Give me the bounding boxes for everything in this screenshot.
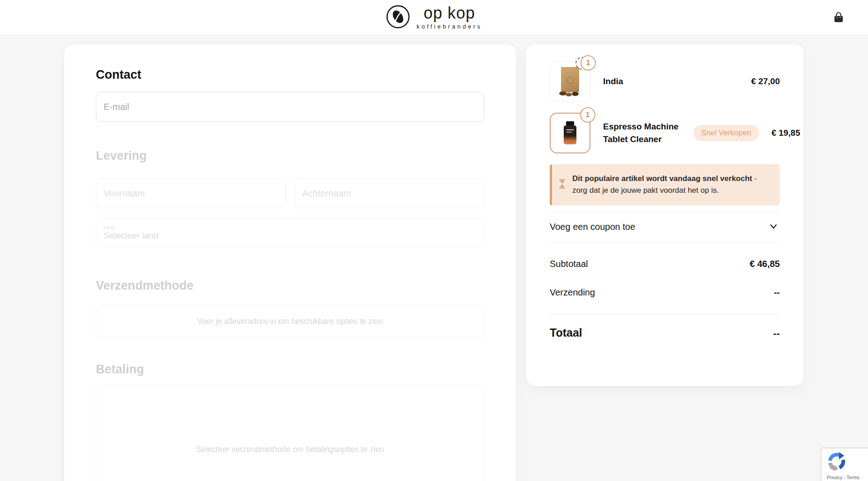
selling-fast-badge: Snel Verkopen [693, 125, 759, 141]
shopping-bag-icon [832, 19, 845, 26]
product-thumbnail-india: 1 [550, 61, 590, 102]
quantity-badge: 1 [580, 55, 596, 71]
shipping-label: Verzending [550, 287, 595, 298]
recaptcha-badge[interactable]: Privacy - Terms [821, 448, 868, 481]
coupon-label: Voeg een coupon toe [550, 222, 635, 232]
cart-item-india: 1 India € 27,00 [550, 61, 780, 102]
divider [550, 242, 780, 243]
total-label: Totaal [550, 326, 582, 339]
brand-logo[interactable]: op kop koffiebranders [386, 5, 482, 31]
cart-item-tablet-cleaner: 1 Espresso Machine Tablet Cleaner Snel V… [550, 113, 780, 153]
shipping-value: -- [774, 287, 780, 298]
brand-name: op kop [424, 5, 475, 21]
delivery-section: Levering Land Selecteer land [96, 149, 484, 247]
coffee-bag-image [560, 67, 580, 96]
product-thumbnail-cleaner: 1 [550, 113, 590, 153]
contact-heading: Contact [96, 68, 484, 82]
total-value: -- [773, 328, 780, 339]
shipping-method-heading: Verzendmethode [96, 279, 484, 293]
product-name: Espresso Machine Tablet Cleaner [603, 120, 679, 145]
delivery-heading: Levering [96, 149, 484, 163]
coupon-accordion-toggle[interactable]: Voeg een coupon toe [550, 212, 780, 242]
quantity-badge: 1 [580, 107, 595, 123]
product-name: India [603, 75, 739, 88]
recaptcha-privacy-terms-links[interactable]: Privacy - Terms [827, 475, 859, 480]
subtotal-row: Subtotaal € 46,85 [550, 259, 780, 269]
product-price: € 27,00 [751, 76, 780, 86]
email-input[interactable] [96, 92, 484, 122]
product-price: € 19,85 [772, 128, 800, 138]
checkout-form-card: Contact Levering Land Selecteer land Ver… [64, 44, 516, 481]
order-summary-card: 1 India € 27,00 1 Espresso Machine Table… [526, 44, 803, 386]
cleaner-bottle-image [563, 121, 577, 145]
shipping-row: Verzending -- [550, 287, 780, 298]
brand-tagline: koffiebranders [416, 23, 482, 30]
first-name-input[interactable] [96, 178, 286, 208]
shipping-method-placeholder: Voer je afleveradres in om beschikbare o… [96, 305, 484, 338]
coffee-bean-icon [386, 5, 410, 31]
cart-button[interactable] [832, 11, 845, 24]
divider [550, 314, 780, 314]
subtotal-label: Subtotaal [550, 259, 588, 269]
payment-empty-message: Selecteer verzendmethode om betalingsopt… [196, 445, 384, 454]
urgency-alert-text: Dit populaire artikel wordt vandaag snel… [572, 173, 771, 197]
urgency-alert: Dit populaire artikel wordt vandaag snel… [550, 164, 780, 205]
subtotal-value: € 46,85 [750, 259, 780, 269]
payment-section: Betaling Selecteer verzendmethode om bet… [96, 362, 484, 481]
hourglass-icon [558, 179, 566, 191]
total-row: Totaal -- [550, 326, 780, 339]
payment-heading: Betaling [96, 362, 484, 376]
country-select[interactable]: Land Selecteer land [96, 218, 484, 247]
last-name-input[interactable] [295, 178, 485, 208]
shipping-method-empty-message: Voer je afleveradres in om beschikbare o… [197, 317, 383, 326]
shipping-method-section: Verzendmethode Voer je afleveradres in o… [96, 279, 484, 338]
recaptcha-logo-icon [826, 451, 847, 474]
country-select-value: Selecteer land [104, 230, 476, 242]
chevron-down-icon [768, 221, 779, 233]
header: op kop koffiebranders [0, 0, 868, 35]
country-select-label: Land [104, 224, 476, 230]
payment-placeholder: Selecteer verzendmethode om betalingsopt… [96, 385, 484, 481]
